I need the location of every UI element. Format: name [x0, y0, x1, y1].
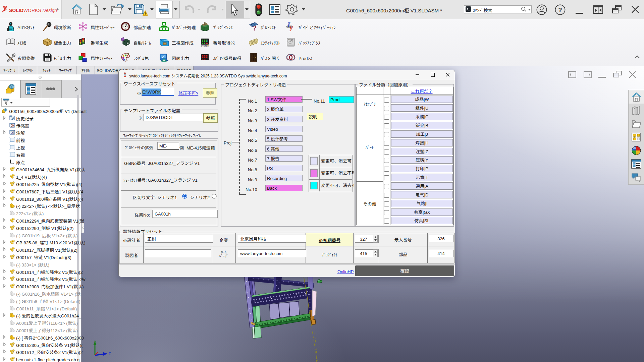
svg-text:?: ?	[558, 6, 562, 13]
svg-text:Y: Y	[94, 340, 96, 344]
svg-text:Z: Z	[109, 352, 111, 356]
